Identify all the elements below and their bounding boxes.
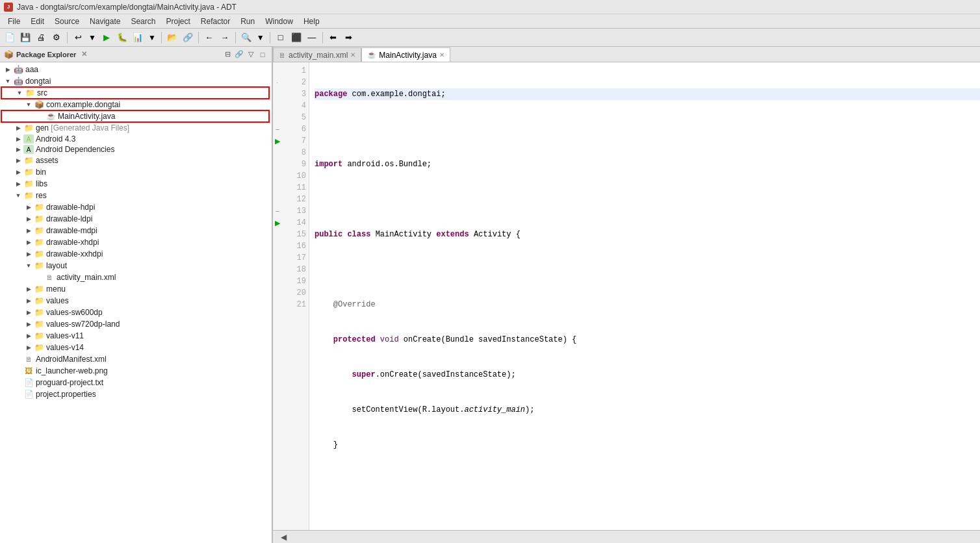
tree-arrow-drawable-ldpi: ▶ <box>23 216 34 222</box>
tree-label-bin: bin <box>36 168 46 177</box>
toolbar-new-btn[interactable]: 📄 <box>3 31 17 45</box>
tree-label-androidmanifest: AndroidManifest.xml <box>36 355 107 364</box>
menu-source[interactable]: Source <box>49 16 84 27</box>
code-line-3: import android.os.Bundle; <box>315 158 980 170</box>
toolbar-run-btn[interactable]: ▶ <box>99 31 114 45</box>
menu-window[interactable]: Window <box>260 16 298 27</box>
toolbar-props-btn[interactable]: ⚙ <box>49 31 64 45</box>
tree-item-bin[interactable]: ▶ 📁 bin <box>0 166 272 178</box>
toolbar-coverage-btn[interactable]: 📊 <box>131 31 145 45</box>
tree-item-android43[interactable]: ▶ A Android 4.3 <box>0 134 272 144</box>
tree-item-drawable-xxhdpi[interactable]: ▶ 📁 drawable-xxhdpi <box>0 248 272 260</box>
maximize-view-btn[interactable]: □ <box>257 49 268 60</box>
code-content[interactable]: package com.example.dongtai; import andr… <box>309 62 980 530</box>
tree-label-ic-launcher: ic_launcher-web.png <box>36 366 108 375</box>
tab-activity-main-close[interactable]: ✕ <box>350 51 355 58</box>
tree-item-layout[interactable]: ▼ 📁 layout <box>0 260 272 272</box>
toolbar-sep-1 <box>67 32 68 44</box>
toolbar-undo-btn[interactable]: ↩ <box>71 31 85 45</box>
tree-arrow-drawable-xhdpi: ▶ <box>23 239 34 246</box>
tab-mainactivity-close[interactable]: ✕ <box>439 51 445 58</box>
tree-item-drawable-ldpi[interactable]: ▶ 📁 drawable-ldpi <box>0 213 272 225</box>
tree-item-libs[interactable]: ▶ 📁 libs <box>0 178 272 190</box>
toolbar-print-btn[interactable]: 🖨 <box>34 31 48 45</box>
tree-item-drawable-xhdpi[interactable]: ▶ 📁 drawable-xhdpi <box>0 236 272 248</box>
tree-label-proguard: proguard-project.txt <box>36 378 103 387</box>
tree-item-project-props[interactable]: ▶ 📄 project.properties <box>0 388 272 400</box>
tree-item-ic-launcher[interactable]: ▶ 🖼 ic_launcher-web.png <box>0 365 272 377</box>
title-bar: J Java - dongtai/src/com/example/dongtai… <box>0 0 980 14</box>
tree-item-androiddeps[interactable]: ▶ A Android Dependencies <box>0 144 272 155</box>
toolbar-perspectives-btn[interactable]: □ <box>274 31 288 45</box>
tree-item-drawable-mdpi[interactable]: ▶ 📁 drawable-mdpi <box>0 225 272 236</box>
toolbar-run-drop[interactable]: ▼ <box>146 31 158 45</box>
menu-navigate[interactable]: Navigate <box>84 16 125 27</box>
view-menu-btn[interactable]: ▽ <box>246 49 256 60</box>
toolbar-back-btn[interactable]: ⬅ <box>326 31 341 45</box>
tree-label-drawable-xhdpi: drawable-xhdpi <box>46 238 99 247</box>
tree-item-values-v14[interactable]: ▶ 📁 values-v14 <box>0 342 272 353</box>
tree-item-menu[interactable]: ▶ 📁 menu <box>0 283 272 295</box>
tree-item-values-sw600dp[interactable]: ▶ 📁 values-sw600dp <box>0 307 272 318</box>
tree-item-androidmanifest[interactable]: ▶ 🗎 AndroidManifest.xml <box>0 353 272 365</box>
toolbar-search-drop[interactable]: ▼ <box>255 31 266 45</box>
tree-item-gen[interactable]: ▶ 📁 gen [Generated Java Files] <box>0 122 272 134</box>
fold-minus-2[interactable]: − <box>276 207 279 215</box>
tree-item-values[interactable]: ▶ 📁 values <box>0 295 272 307</box>
app-icon: J <box>4 3 13 12</box>
tree-label-layout: layout <box>46 261 67 270</box>
toolbar-open-btn[interactable]: 📂 <box>165 31 179 45</box>
tree-label-res: res <box>36 191 47 200</box>
toolbar-debug-btn[interactable]: 🐛 <box>115 31 129 45</box>
tab-activity-main-xml[interactable]: 🗎 activity_main.xml ✕ <box>273 47 361 62</box>
toolbar-undo-drop[interactable]: ▼ <box>86 31 98 45</box>
toolbar-fwd-btn[interactable]: ➡ <box>342 31 356 45</box>
toolbar-sep-4 <box>235 32 236 44</box>
tree-item-dongtai[interactable]: ▼ 🤖 dongtai <box>0 75 272 87</box>
tree-item-res[interactable]: ▼ 📁 res <box>0 190 272 201</box>
bottom-scroll-left[interactable]: ◀ <box>278 533 289 542</box>
toolbar-search2-btn[interactable]: 🔍 <box>239 31 253 45</box>
fold-minus-1[interactable]: − <box>276 125 279 133</box>
toolbar-minimize-btn[interactable]: — <box>305 31 319 45</box>
menu-search[interactable]: Search <box>125 16 161 27</box>
tree-arrow-package: ▼ <box>23 101 34 108</box>
java-file-icon: ☕ <box>45 111 56 121</box>
collapse-all-btn[interactable]: ⊟ <box>222 49 233 60</box>
menu-file[interactable]: File <box>3 16 25 27</box>
toolbar-maximize-btn[interactable]: ⬛ <box>289 31 303 45</box>
tree-item-proguard[interactable]: ▶ 📄 proguard-project.txt <box>0 377 272 388</box>
menu-edit[interactable]: Edit <box>25 16 49 27</box>
sidebar-title: 📦 Package Explorer ✕ <box>4 50 87 59</box>
code-editor: · − ▶ <box>273 62 980 530</box>
toolbar-link-btn[interactable]: 🔗 <box>181 31 195 45</box>
menu-bar: File Edit Source Navigate Search Project… <box>0 14 980 29</box>
code-line-12 <box>315 474 980 486</box>
tree-item-values-sw720dp-land[interactable]: ▶ 📁 values-sw720dp-land <box>0 318 272 330</box>
menu-project[interactable]: Project <box>161 16 195 27</box>
tree-item-package[interactable]: ▼ 📦 com.example.dongtai <box>0 99 272 110</box>
android-deps-icon: A <box>23 145 34 154</box>
menu-run[interactable]: Run <box>235 16 260 27</box>
tree-item-drawable-hdpi[interactable]: ▶ 📁 drawable-hdpi <box>0 201 272 213</box>
tree-label-aaa: aaa <box>25 65 38 74</box>
menu-help[interactable]: Help <box>298 16 325 27</box>
toolbar-next-edit-btn[interactable]: → <box>218 31 232 45</box>
tree-item-src[interactable]: ▼ 📁 src <box>1 87 269 99</box>
sidebar-close-icon[interactable]: ✕ <box>81 50 87 58</box>
link-with-editor-btn[interactable]: 🔗 <box>234 49 244 60</box>
txt-icon-project-props: 📄 <box>23 389 34 399</box>
toolbar-save-btn[interactable]: 💾 <box>18 31 32 45</box>
tree-item-aaa[interactable]: ▶ 🤖 aaa <box>0 64 272 75</box>
project-icon-dongtai: 🤖 <box>13 76 23 86</box>
folder-icon-values-v14: 📁 <box>34 342 44 353</box>
tree-label-values-sw720dp-land: values-sw720dp-land <box>46 320 120 329</box>
tree-item-values-v11[interactable]: ▶ 📁 values-v11 <box>0 330 272 342</box>
menu-refactor[interactable]: Refactor <box>196 16 235 27</box>
tree-item-activity-main-xml[interactable]: ▶ 🗎 activity_main.xml <box>0 272 272 283</box>
toolbar-prev-edit-btn[interactable]: ← <box>202 31 216 45</box>
tree-label-gen: gen [Generated Java Files] <box>36 123 129 133</box>
tree-item-mainactivity[interactable]: ▶ ☕ MainActivity.java <box>1 110 269 122</box>
tree-item-assets[interactable]: ▶ 📁 assets <box>0 155 272 166</box>
tab-mainactivity-java[interactable]: ☕ MainActivity.java ✕ <box>361 47 450 62</box>
